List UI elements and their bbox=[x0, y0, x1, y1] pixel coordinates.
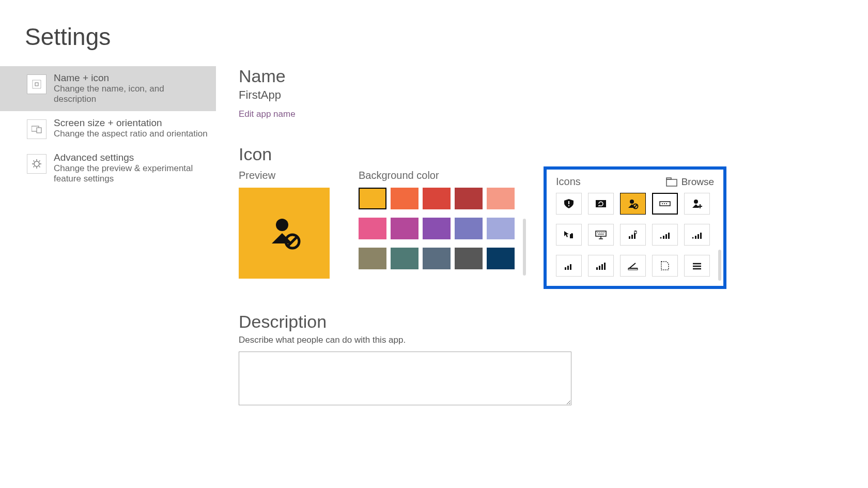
svg-line-61 bbox=[629, 263, 636, 268]
menu-lines-icon[interactable] bbox=[684, 255, 710, 277]
svg-rect-3 bbox=[37, 128, 41, 133]
sidebar-item-name-icon[interactable]: Name + icon Change the name, icon, and d… bbox=[0, 66, 216, 111]
description-prompt: Describe what people can do with this ap… bbox=[239, 335, 847, 345]
svg-point-27 bbox=[664, 203, 665, 204]
dashed-doc-icon[interactable] bbox=[652, 255, 678, 277]
description-input[interactable] bbox=[239, 352, 571, 405]
color-swatch[interactable] bbox=[359, 188, 386, 209]
bars-dot-alt-icon[interactable] bbox=[684, 224, 710, 246]
icons-panel: Icons Browse bbox=[544, 166, 726, 289]
svg-rect-18 bbox=[568, 201, 569, 204]
color-swatch[interactable] bbox=[391, 188, 419, 209]
user-block-icon[interactable] bbox=[620, 193, 646, 215]
svg-rect-55 bbox=[570, 264, 571, 270]
folder-icon bbox=[666, 177, 677, 187]
main-content: Name FirstApp Edit app name Icon Preview bbox=[216, 66, 868, 407]
svg-rect-52 bbox=[700, 233, 702, 239]
name-heading: Name bbox=[239, 66, 847, 86]
svg-rect-58 bbox=[601, 264, 603, 270]
svg-line-12 bbox=[39, 161, 40, 162]
shield-alert-icon[interactable] bbox=[556, 193, 582, 215]
sidebar-item-subtitle: Change the aspect ratio and orientation bbox=[54, 129, 208, 139]
color-swatch[interactable] bbox=[487, 248, 515, 269]
svg-rect-57 bbox=[599, 266, 600, 270]
svg-point-49 bbox=[692, 237, 694, 239]
svg-rect-56 bbox=[596, 267, 598, 270]
image-refresh-icon[interactable] bbox=[588, 193, 614, 215]
svg-line-24 bbox=[634, 205, 637, 208]
svg-rect-46 bbox=[663, 236, 664, 239]
grid-icon bbox=[27, 74, 47, 94]
color-swatch[interactable] bbox=[359, 218, 386, 239]
color-swatch[interactable] bbox=[455, 188, 483, 209]
preview-label: Preview bbox=[239, 170, 330, 181]
color-swatch[interactable] bbox=[455, 248, 483, 269]
preview-column: Preview bbox=[239, 170, 330, 279]
svg-line-10 bbox=[39, 166, 40, 167]
svg-point-26 bbox=[662, 203, 663, 204]
settings-sidebar: Name + icon Change the name, icon, and d… bbox=[0, 66, 216, 407]
sidebar-item-label: Advanced settings bbox=[54, 152, 208, 163]
app-name-value: FirstApp bbox=[239, 88, 847, 102]
sidebar-item-subtitle: Change the name, icon, and description bbox=[54, 84, 208, 104]
svg-rect-51 bbox=[698, 234, 699, 239]
svg-rect-50 bbox=[695, 236, 696, 239]
bars-full-icon[interactable] bbox=[588, 255, 614, 277]
color-swatch[interactable] bbox=[423, 218, 451, 239]
color-swatch[interactable] bbox=[391, 218, 419, 239]
color-swatch[interactable] bbox=[487, 188, 515, 209]
svg-line-11 bbox=[34, 166, 35, 167]
color-swatch[interactable] bbox=[455, 218, 483, 239]
color-scrollbar[interactable] bbox=[523, 219, 526, 276]
color-swatch[interactable] bbox=[359, 248, 386, 269]
description-heading: Description bbox=[239, 312, 847, 332]
user-add-icon[interactable] bbox=[684, 193, 710, 215]
browse-label: Browse bbox=[681, 176, 714, 188]
icon-heading: Icon bbox=[239, 144, 847, 164]
text-field-icon[interactable] bbox=[652, 193, 678, 215]
svg-rect-62 bbox=[628, 268, 638, 270]
svg-point-29 bbox=[694, 200, 698, 204]
sidebar-item-advanced[interactable]: Advanced settings Change the preview & e… bbox=[0, 146, 216, 191]
svg-marker-32 bbox=[564, 231, 569, 237]
svg-rect-54 bbox=[567, 266, 569, 270]
devices-icon bbox=[27, 119, 47, 139]
color-swatch[interactable] bbox=[423, 248, 451, 269]
svg-rect-53 bbox=[565, 267, 566, 270]
keyboard-network-icon[interactable] bbox=[588, 224, 614, 246]
svg-rect-1 bbox=[35, 83, 38, 86]
page-title: Settings bbox=[25, 23, 868, 51]
bg-color-column: Background color bbox=[359, 170, 515, 269]
svg-rect-43 bbox=[634, 233, 636, 239]
color-swatch[interactable] bbox=[487, 218, 515, 239]
color-swatch[interactable] bbox=[391, 248, 419, 269]
svg-rect-59 bbox=[604, 263, 606, 270]
color-grid bbox=[359, 188, 515, 269]
sidebar-item-screen-size[interactable]: Screen size + orientation Change the asp… bbox=[0, 111, 216, 146]
icon-preview bbox=[239, 188, 330, 279]
scanner-icon[interactable] bbox=[620, 255, 646, 277]
bars-dot-icon[interactable] bbox=[652, 224, 678, 246]
svg-point-4 bbox=[34, 161, 39, 166]
gear-icon bbox=[27, 154, 47, 174]
edit-app-name-link[interactable]: Edit app name bbox=[239, 109, 847, 119]
icons-scrollbar[interactable] bbox=[718, 250, 721, 281]
svg-rect-17 bbox=[667, 178, 671, 179]
bg-color-label: Background color bbox=[359, 170, 515, 181]
pointer-hand-icon[interactable] bbox=[556, 224, 582, 246]
sidebar-item-label: Name + icon bbox=[54, 72, 208, 84]
svg-rect-33 bbox=[596, 231, 606, 236]
icon-grid bbox=[556, 193, 714, 277]
user-block-icon bbox=[264, 212, 305, 254]
sidebar-item-label: Screen size + orientation bbox=[54, 117, 208, 129]
svg-rect-16 bbox=[667, 179, 677, 186]
bars-click-icon[interactable] bbox=[620, 224, 646, 246]
svg-rect-42 bbox=[631, 235, 633, 239]
icons-panel-label: Icons bbox=[556, 176, 581, 188]
svg-point-22 bbox=[630, 200, 634, 204]
browse-button[interactable]: Browse bbox=[666, 176, 714, 188]
svg-rect-47 bbox=[665, 234, 667, 239]
color-swatch[interactable] bbox=[423, 188, 451, 209]
svg-rect-19 bbox=[568, 205, 569, 206]
bars-small-icon[interactable] bbox=[556, 255, 582, 277]
